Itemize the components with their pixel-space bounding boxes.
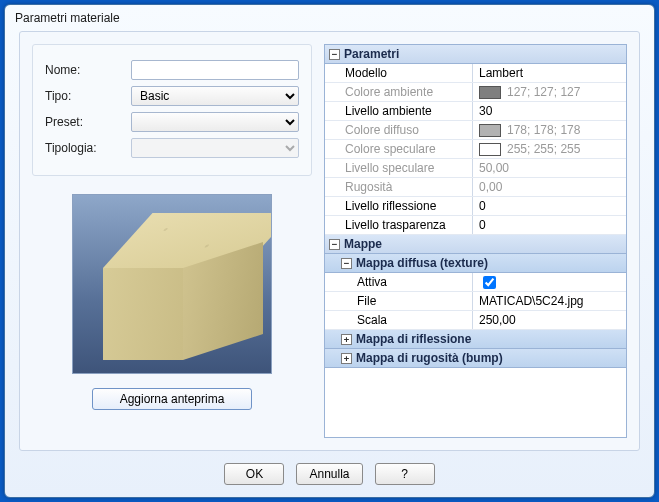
collapse-icon[interactable]: − [329, 49, 340, 60]
property-value-text: 0,00 [479, 180, 502, 194]
label-preset: Preset: [45, 115, 131, 129]
property-row: Rugosità0,00 [325, 178, 626, 197]
property-key: Livello riflessione [325, 197, 473, 215]
property-value-text: 0 [479, 218, 486, 232]
row-type: Tipo: Basic [45, 85, 299, 107]
expand-icon[interactable]: + [341, 334, 352, 345]
select-preset[interactable] [131, 112, 299, 132]
group-parametri[interactable]: − Parametri [325, 45, 626, 64]
collapse-icon[interactable]: − [341, 258, 352, 269]
color-swatch [479, 86, 501, 99]
property-key: Colore diffuso [325, 121, 473, 139]
key-file: File [325, 292, 473, 310]
label-name: Nome: [45, 63, 131, 77]
property-value-text: 30 [479, 104, 492, 118]
button-bar: OK Annulla ? [5, 455, 654, 497]
color-swatch [479, 143, 501, 156]
input-name[interactable] [131, 60, 299, 80]
cube-right-face [183, 242, 263, 360]
property-row: Colore speculare255; 255; 255 [325, 140, 626, 159]
row-attiva[interactable]: Attiva [325, 273, 626, 292]
property-value-text: 178; 178; 178 [507, 123, 580, 137]
property-key: Livello trasparenza [325, 216, 473, 234]
group-mappa-riflessione[interactable]: + Mappa di riflessione [325, 330, 626, 349]
row-preset: Preset: [45, 111, 299, 133]
row-scala[interactable]: Scala 250,00 [325, 311, 626, 330]
key-attiva: Attiva [325, 273, 473, 291]
property-value: 0,00 [473, 178, 626, 196]
row-name: Nome: [45, 59, 299, 81]
row-file[interactable]: File MATICAD\5C24.jpg [325, 292, 626, 311]
property-row: Livello speculare50,00 [325, 159, 626, 178]
val-attiva [473, 273, 626, 291]
property-row[interactable]: Livello ambiente30 [325, 102, 626, 121]
preview-wrap: Aggiorna anteprima [32, 194, 312, 410]
checkbox-attiva[interactable] [483, 276, 496, 289]
property-value-text: 50,00 [479, 161, 509, 175]
help-button[interactable]: ? [375, 463, 435, 485]
form-panel: Nome: Tipo: Basic Preset: Tipolog [32, 44, 312, 176]
property-value: 255; 255; 255 [473, 140, 626, 158]
property-row[interactable]: Livello trasparenza0 [325, 216, 626, 235]
property-value: 178; 178; 178 [473, 121, 626, 139]
collapse-icon[interactable]: − [329, 239, 340, 250]
select-type[interactable]: Basic [131, 86, 299, 106]
property-value-text: Lambert [479, 66, 523, 80]
property-row[interactable]: ModelloLambert [325, 64, 626, 83]
group-parametri-label: Parametri [344, 47, 399, 61]
property-value[interactable]: 30 [473, 102, 626, 120]
group-mappe-label: Mappe [344, 237, 382, 251]
property-key: Modello [325, 64, 473, 82]
titlebar: Parametri materiale [5, 5, 654, 27]
left-column: Nome: Tipo: Basic Preset: Tipolog [32, 44, 312, 438]
property-value: 50,00 [473, 159, 626, 177]
window-title: Parametri materiale [15, 11, 120, 25]
property-grid: − Parametri ModelloLambertColore ambient… [324, 44, 627, 438]
group-mappa-diffusa[interactable]: − Mappa diffusa (texture) [325, 254, 626, 273]
cancel-button[interactable]: Annulla [296, 463, 362, 485]
property-value[interactable]: 0 [473, 197, 626, 215]
property-value-text: 255; 255; 255 [507, 142, 580, 156]
row-typology: Tipologia: [45, 137, 299, 159]
select-typology [131, 138, 299, 158]
update-preview-button[interactable]: Aggiorna anteprima [92, 388, 252, 410]
key-scala: Scala [325, 311, 473, 329]
property-key: Livello ambiente [325, 102, 473, 120]
label-type: Tipo: [45, 89, 131, 103]
ok-button[interactable]: OK [224, 463, 284, 485]
group-mappa-rugosita[interactable]: + Mappa di rugosità (bump) [325, 349, 626, 368]
property-value[interactable]: 0 [473, 216, 626, 234]
property-value-text: 127; 127; 127 [507, 85, 580, 99]
label-typology: Tipologia: [45, 141, 131, 155]
val-file[interactable]: MATICAD\5C24.jpg [473, 292, 626, 310]
property-key: Colore ambiente [325, 83, 473, 101]
group-mappa-riflessione-label: Mappa di riflessione [356, 332, 471, 346]
group-mappa-rugosita-label: Mappa di rugosità (bump) [356, 351, 503, 365]
property-row[interactable]: Livello riflessione0 [325, 197, 626, 216]
property-row: Colore ambiente127; 127; 127 [325, 83, 626, 102]
expand-icon[interactable]: + [341, 353, 352, 364]
dialog-window: Parametri materiale Nome: Tipo: Basic Pr… [4, 4, 655, 498]
val-scala[interactable]: 250,00 [473, 311, 626, 329]
group-mappa-diffusa-label: Mappa diffusa (texture) [356, 256, 488, 270]
property-value: 127; 127; 127 [473, 83, 626, 101]
color-swatch [479, 124, 501, 137]
property-value-text: 0 [479, 199, 486, 213]
content-area: Nome: Tipo: Basic Preset: Tipolog [19, 31, 640, 451]
preview-viewport [72, 194, 272, 374]
property-key: Colore speculare [325, 140, 473, 158]
property-row: Colore diffuso178; 178; 178 [325, 121, 626, 140]
property-key: Livello speculare [325, 159, 473, 177]
cube-left-face [103, 268, 183, 360]
group-mappe[interactable]: − Mappe [325, 235, 626, 254]
property-key: Rugosità [325, 178, 473, 196]
property-value[interactable]: Lambert [473, 64, 626, 82]
